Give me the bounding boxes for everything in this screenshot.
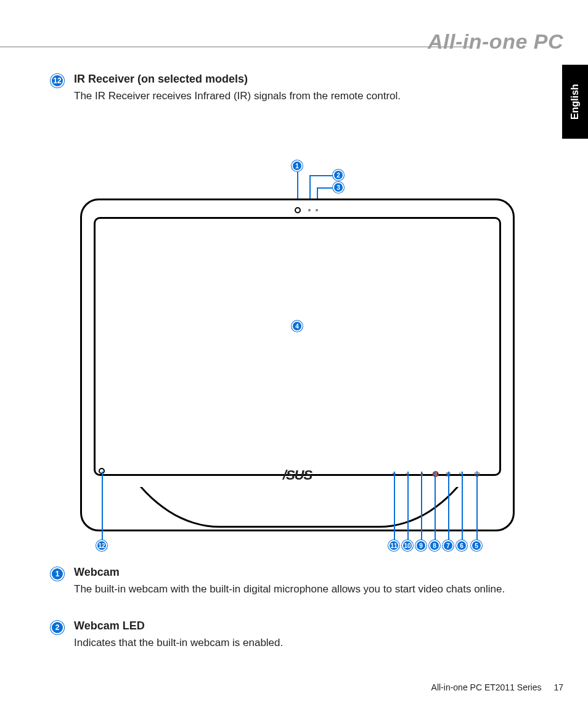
device-diagram: 1 2 3 /SUS 4 ☀ ↕ ◄ 🔇 ▣ ⎘ ⏻ 12 11 10 9 8 … — [74, 166, 521, 549]
leader-line — [476, 472, 478, 544]
webcam-led-icon — [308, 209, 311, 211]
leader-line — [448, 472, 449, 544]
callout-4: 4 — [292, 321, 303, 332]
callout-11: 11 — [388, 540, 399, 551]
section-body: Indicates that the built-in webcam is en… — [74, 636, 542, 650]
language-tab: English — [562, 65, 588, 139]
callout-2: 2 — [333, 170, 344, 181]
callout-7: 7 — [443, 540, 454, 551]
callout-10: 10 — [402, 540, 413, 551]
callout-5: 5 — [471, 540, 482, 551]
brand-logo: /SUS — [74, 467, 521, 483]
section-webcam: 1 Webcam The built-in webcam with the bu… — [74, 566, 542, 597]
footer-series: All-in-one PC ET2011 Series — [431, 682, 542, 692]
leader-line — [407, 472, 409, 544]
callout-1: 1 — [292, 160, 303, 171]
section-webcam-led: 2 Webcam LED Indicates that the built-in… — [74, 620, 542, 650]
footer-page-number: 17 — [553, 682, 563, 692]
manual-page: All-in-one PC English 12 IR Receiver (on… — [0, 0, 588, 712]
mic-icon — [316, 209, 318, 211]
header-rule — [0, 46, 470, 47]
section-ir-receiver: 12 IR Receiver (on selected models) The … — [74, 73, 542, 104]
leader-line — [462, 472, 463, 544]
callout-number-12: 12 — [51, 74, 64, 88]
header-title: All-in-one PC — [428, 30, 563, 54]
callout-number-2: 2 — [51, 621, 64, 634]
leader-line — [102, 472, 103, 544]
section-title: Webcam LED — [74, 620, 542, 632]
callout-number-1: 1 — [51, 567, 64, 581]
page-footer: All-in-one PC ET2011 Series 17 — [431, 682, 563, 692]
callout-12: 12 — [96, 540, 107, 551]
webcam-icon — [295, 207, 301, 213]
leader-line — [421, 472, 422, 544]
section-title: IR Receiver (on selected models) — [74, 73, 542, 86]
bezel-outline — [94, 217, 501, 476]
section-body: The IR Receiver receives Infrared (IR) s… — [74, 89, 542, 104]
chin-curve — [111, 487, 484, 530]
callout-3: 3 — [333, 182, 344, 193]
leader-line — [394, 472, 395, 544]
leader-line — [435, 472, 436, 544]
language-label: English — [570, 84, 581, 120]
leader-line — [317, 187, 334, 189]
callout-9: 9 — [415, 540, 427, 551]
leader-line — [309, 175, 334, 176]
callout-8: 8 — [429, 540, 440, 551]
section-title: Webcam — [74, 566, 542, 579]
section-body: The built-in webcam with the built-in di… — [74, 583, 542, 597]
callout-6: 6 — [456, 540, 467, 551]
